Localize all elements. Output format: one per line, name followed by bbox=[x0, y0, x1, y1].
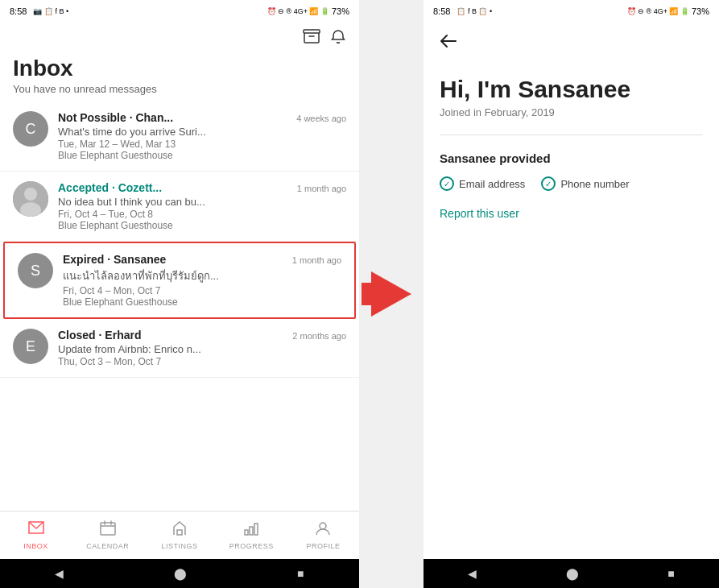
svg-rect-0 bbox=[304, 30, 320, 33]
status-icons-left: 📷 📋 f B • bbox=[33, 7, 68, 15]
right-status-icons-2: ⏰ ⊖ ® 4G+ 📶 🔋 bbox=[627, 7, 689, 15]
message-location: Blue Elephant Guesthouse bbox=[63, 296, 341, 308]
status-icons-right: 📋 f B 📋 • bbox=[457, 7, 492, 15]
phone-content-right: Hi, I'm Sansanee Joined in February, 201… bbox=[424, 23, 719, 559]
svg-point-2 bbox=[24, 188, 37, 201]
divider bbox=[440, 135, 703, 135]
home-btn-sys[interactable]: ⬤ bbox=[174, 567, 187, 580]
profile-content: Hi, I'm Sansanee Joined in February, 201… bbox=[424, 23, 719, 559]
nav-listings[interactable]: LISTINGS bbox=[143, 511, 215, 559]
message-time: 1 month ago bbox=[297, 184, 346, 193]
archive-icon[interactable] bbox=[303, 29, 320, 49]
message-preview: No idea but I think you can bu... bbox=[58, 196, 346, 208]
nav-inbox[interactable]: INBOX bbox=[0, 511, 72, 559]
home-btn-sys-r[interactable]: ⬤ bbox=[566, 567, 579, 580]
status-bar-right: 8:58 📋 f B 📋 • ⏰ ⊖ ® 4G+ 📶 🔋 73% bbox=[424, 0, 719, 23]
recent-btn-sys[interactable]: ■ bbox=[297, 567, 304, 580]
time-right: 8:58 bbox=[433, 6, 450, 16]
inbox-nav-icon bbox=[27, 520, 45, 540]
message-preview: Update from Airbnb: Enrico n... bbox=[58, 343, 346, 355]
calendar-nav-icon bbox=[100, 520, 116, 540]
message-info: Closed · Erhard 2 months ago Update from… bbox=[58, 329, 346, 367]
svg-rect-8 bbox=[254, 524, 258, 535]
progress-nav-icon bbox=[243, 520, 259, 540]
avatar: S bbox=[18, 253, 53, 288]
message-date: Tue, Mar 12 – Wed, Mar 13 bbox=[58, 139, 346, 150]
inbox-header-icons bbox=[0, 23, 359, 52]
nav-progress[interactable]: PROGRESS bbox=[216, 511, 287, 559]
system-nav-right: ◀ ⬤ ■ bbox=[424, 559, 719, 588]
time-left: 8:58 bbox=[10, 6, 27, 16]
provided-phone: ✓ Phone number bbox=[541, 176, 629, 191]
avatar bbox=[13, 181, 48, 217]
check-icon-email: ✓ bbox=[440, 176, 454, 191]
nav-calendar[interactable]: CALENDAR bbox=[72, 511, 143, 559]
back-btn-sys[interactable]: ◀ bbox=[55, 567, 64, 580]
message-info: Not Possible · Chan... 4 weeks ago What'… bbox=[58, 111, 346, 161]
svg-rect-4 bbox=[101, 523, 115, 535]
message-sender: Expired · Sansanee bbox=[63, 253, 166, 266]
message-date: Fri, Oct 4 – Mon, Oct 7 bbox=[63, 285, 341, 296]
message-list: C Not Possible · Chan... 4 weeks ago Wha… bbox=[0, 101, 359, 511]
profile-name: Hi, I'm Sansanee bbox=[440, 76, 703, 103]
provided-email: ✓ Email address bbox=[440, 176, 525, 191]
message-time: 2 months ago bbox=[292, 331, 346, 341]
message-item[interactable]: Accepted · Cozett... 1 month ago No idea… bbox=[0, 172, 359, 242]
message-preview: What's time do you arrive Suri... bbox=[58, 126, 346, 138]
nav-label-calendar: CALENDAR bbox=[86, 542, 129, 550]
message-item-highlighted[interactable]: S Expired · Sansanee 1 month ago แนะนำไล… bbox=[3, 242, 356, 319]
back-button[interactable] bbox=[440, 32, 457, 53]
system-nav-left: ◀ ⬤ ■ bbox=[0, 559, 359, 588]
phone-content-left: Inbox You have no unread messages C Not … bbox=[0, 23, 359, 559]
check-icon-phone: ✓ bbox=[541, 176, 556, 191]
message-date: Fri, Oct 4 – Tue, Oct 8 bbox=[58, 209, 346, 220]
email-label: Email address bbox=[459, 178, 525, 190]
provided-items: ✓ Email address ✓ Phone number bbox=[440, 176, 703, 191]
message-sender: Not Possible · Chan... bbox=[58, 111, 173, 124]
message-preview: แนะนำไล้ลองหาที่พักที่บุรีรัมย์ดูก... bbox=[63, 267, 341, 284]
nav-label-listings: LISTINGS bbox=[162, 542, 198, 550]
inbox-subtitle: You have no unread messages bbox=[13, 83, 346, 95]
message-item[interactable]: E Closed · Erhard 2 months ago Update fr… bbox=[0, 319, 359, 378]
arrow-container bbox=[359, 0, 424, 588]
inbox-title: Inbox bbox=[13, 56, 346, 81]
status-bar-left: 8:58 📷 📋 f B • ⏰ ⊖ ® 4G+ 📶 🔋 73% bbox=[0, 0, 359, 23]
message-sender: Closed · Erhard bbox=[58, 329, 141, 342]
svg-rect-5 bbox=[177, 530, 182, 535]
message-location: Blue Elephant Guesthouse bbox=[58, 220, 346, 231]
message-info: Accepted · Cozett... 1 month ago No idea… bbox=[58, 181, 346, 231]
message-date: Thu, Oct 3 – Mon, Oct 7 bbox=[58, 356, 346, 367]
message-sender: Accepted · Cozett... bbox=[58, 181, 162, 194]
bell-icon[interactable] bbox=[330, 29, 346, 49]
right-status-icons: ⏰ ⊖ ® 4G+ 📶 🔋 bbox=[267, 7, 329, 15]
bottom-nav: INBOX CALENDAR bbox=[0, 511, 359, 559]
battery-left: 73% bbox=[332, 6, 349, 16]
phone-label: Phone number bbox=[560, 178, 629, 190]
message-time: 1 month ago bbox=[292, 255, 341, 265]
message-info: Expired · Sansanee 1 month ago แนะนำไล้ล… bbox=[63, 253, 341, 308]
avatar: C bbox=[13, 111, 48, 147]
avatar: E bbox=[13, 329, 48, 364]
left-phone: 8:58 📷 📋 f B • ⏰ ⊖ ® 4G+ 📶 🔋 73% bbox=[0, 0, 359, 588]
svg-rect-6 bbox=[245, 530, 248, 535]
nav-profile[interactable]: PROFILE bbox=[287, 511, 359, 559]
report-user-link[interactable]: Report this user bbox=[440, 207, 703, 220]
back-btn-sys-r[interactable]: ◀ bbox=[468, 567, 477, 580]
message-item[interactable]: C Not Possible · Chan... 4 weeks ago Wha… bbox=[0, 101, 359, 172]
direction-arrow bbox=[371, 271, 411, 317]
recent-btn-sys-r[interactable]: ■ bbox=[667, 567, 674, 580]
listings-nav-icon bbox=[171, 520, 188, 540]
inbox-title-section: Inbox You have no unread messages bbox=[0, 52, 359, 101]
svg-point-9 bbox=[320, 523, 326, 529]
svg-rect-7 bbox=[250, 527, 253, 535]
nav-label-profile: PROFILE bbox=[306, 542, 340, 550]
battery-right: 73% bbox=[692, 6, 709, 16]
profile-joined: Joined in February, 2019 bbox=[440, 106, 703, 118]
provided-title: Sansanee provided bbox=[440, 151, 703, 165]
nav-label-progress: PROGRESS bbox=[229, 542, 274, 550]
message-location: Blue Elephant Guesthouse bbox=[58, 150, 346, 161]
right-phone: 8:58 📋 f B 📋 • ⏰ ⊖ ® 4G+ 📶 🔋 73% Hi, I'm… bbox=[424, 0, 719, 588]
message-time: 4 weeks ago bbox=[296, 114, 346, 123]
nav-label-inbox: INBOX bbox=[23, 542, 48, 550]
profile-nav-icon bbox=[315, 520, 331, 540]
